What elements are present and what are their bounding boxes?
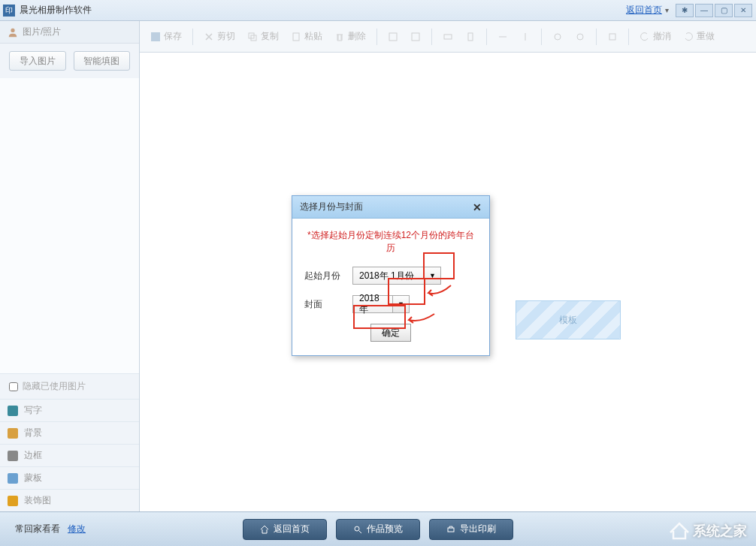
svg-rect-1 xyxy=(151,32,160,41)
smart-fill-button[interactable]: 智能填图 xyxy=(74,51,131,71)
sidebar-item-mask[interactable]: 蒙板 xyxy=(0,466,139,489)
delete-label: 删除 xyxy=(348,30,366,43)
sidebar-item-decoration[interactable]: 装饰图 xyxy=(0,489,139,511)
svg-point-12 xyxy=(355,526,359,531)
sidebar-photo-header[interactable]: 图片/照片 xyxy=(0,21,139,44)
sidebar-image-list xyxy=(0,78,139,373)
tool-5[interactable] xyxy=(493,27,513,47)
cut-icon xyxy=(204,32,214,42)
dialog-titlebar: 选择月份与封面 ✕ xyxy=(292,196,489,219)
watermark-text: 系统之家 xyxy=(693,522,747,540)
save-button[interactable]: 保存 xyxy=(146,27,186,47)
cover-label: 封面 xyxy=(304,298,352,311)
generic-icon xyxy=(410,32,421,42)
sidebar-item-label: 背景 xyxy=(24,427,42,439)
hide-used-label: 隐藏已使用图片 xyxy=(23,380,86,393)
generic-icon xyxy=(607,32,618,42)
paste-label: 粘贴 xyxy=(304,30,322,43)
copy-button[interactable]: 复制 xyxy=(243,27,283,47)
text-icon xyxy=(8,406,18,416)
cover-value: 2018年 xyxy=(352,295,393,313)
tool-6[interactable] xyxy=(516,27,535,47)
dialog-ok-button[interactable]: 确定 xyxy=(370,324,411,342)
tool-9[interactable] xyxy=(603,27,622,47)
generic-icon xyxy=(575,32,585,42)
tool-7[interactable] xyxy=(548,27,567,47)
copy-label: 复制 xyxy=(261,30,279,43)
bottom-preview-button[interactable]: 作品预览 xyxy=(336,519,420,540)
cover-select[interactable]: 2018年 ▼ xyxy=(352,295,410,313)
sidebar-item-text[interactable]: 写字 xyxy=(0,399,139,421)
sidebar-item-label: 装饰图 xyxy=(24,494,51,507)
svg-point-0 xyxy=(11,28,14,32)
paste-button[interactable]: 粘贴 xyxy=(286,27,327,47)
svg-rect-11 xyxy=(609,34,615,40)
app-icon: 印 xyxy=(3,5,15,17)
start-month-value: 2018年 1月份 xyxy=(352,267,425,285)
tool-3[interactable] xyxy=(438,27,458,47)
hide-used-check-row[interactable]: 隐藏已使用图片 xyxy=(0,373,139,399)
background-icon xyxy=(8,428,18,439)
sidebar-photo-label: 图片/照片 xyxy=(23,26,61,38)
generic-icon xyxy=(465,32,476,42)
cut-button[interactable]: 剪切 xyxy=(199,27,240,47)
chevron-down-icon[interactable]: ▾ xyxy=(665,6,669,14)
svg-rect-5 xyxy=(389,33,397,41)
undo-label: 撤消 xyxy=(653,30,671,43)
person-icon xyxy=(8,27,18,38)
cover-dropdown-arrow[interactable]: ▼ xyxy=(393,295,410,313)
start-month-label: 起始月份 xyxy=(304,270,352,282)
border-icon xyxy=(8,451,18,461)
copy-icon xyxy=(247,32,258,42)
svg-rect-8 xyxy=(468,33,473,41)
maximize-button[interactable]: ▢ xyxy=(715,4,733,17)
undo-button[interactable]: 撤消 xyxy=(635,27,676,47)
close-button[interactable]: ✕ xyxy=(734,4,752,17)
delete-button[interactable]: 删除 xyxy=(330,27,370,47)
tool-4[interactable] xyxy=(461,27,480,47)
bottom-modify-link[interactable]: 修改 xyxy=(68,523,86,535)
redo-label: 重做 xyxy=(697,30,715,43)
generic-icon xyxy=(552,32,563,42)
house-icon xyxy=(669,522,690,540)
dialog-close-button[interactable]: ✕ xyxy=(473,201,482,213)
generic-icon xyxy=(443,32,453,42)
start-month-select[interactable]: 2018年 1月份 ▼ xyxy=(352,267,441,285)
template-placeholder[interactable]: 模板 xyxy=(516,300,621,339)
minimize-button[interactable]: — xyxy=(695,4,713,17)
bottom-export-button[interactable]: 导出印刷 xyxy=(429,519,513,540)
redo-button[interactable]: 重做 xyxy=(679,27,719,47)
svg-rect-13 xyxy=(448,528,454,532)
start-month-dropdown-arrow[interactable]: ▼ xyxy=(425,267,441,285)
generic-icon xyxy=(520,32,531,42)
hide-used-checkbox[interactable] xyxy=(9,382,18,391)
mask-icon xyxy=(8,473,18,484)
tool-2[interactable] xyxy=(406,27,425,47)
bottombar: 常回家看看 修改 返回首页 作品预览 导出印刷 xyxy=(0,511,756,546)
settings-button[interactable]: ✱ xyxy=(676,4,694,17)
sidebar-item-label: 蒙板 xyxy=(24,472,42,484)
undo-icon xyxy=(640,32,650,42)
sidebar-item-label: 写字 xyxy=(24,404,42,417)
generic-icon xyxy=(388,32,398,42)
dialog-hint: *选择起始月份定制连续12个月份的跨年台历 xyxy=(304,229,477,255)
save-icon xyxy=(150,32,161,42)
dialog-title: 选择月份与封面 xyxy=(300,201,363,213)
preview-icon xyxy=(353,525,362,534)
tool-8[interactable] xyxy=(570,27,590,47)
svg-rect-6 xyxy=(412,33,419,41)
back-home-link[interactable]: 返回首页 xyxy=(626,4,662,17)
tool-1[interactable] xyxy=(383,27,403,47)
bottom-preview-label: 作品预览 xyxy=(367,523,403,535)
home-icon xyxy=(260,525,269,534)
toolbar: 保存 剪切 复制 粘贴 删除 xyxy=(140,21,756,53)
svg-rect-7 xyxy=(444,35,452,39)
sidebar: 图片/照片 导入图片 智能填图 隐藏已使用图片 写字 背景 边框 蒙板 xyxy=(0,21,140,511)
generic-icon xyxy=(497,32,508,42)
import-image-button[interactable]: 导入图片 xyxy=(9,51,66,71)
sidebar-item-background[interactable]: 背景 xyxy=(0,421,139,444)
export-icon xyxy=(446,525,455,534)
bottom-home-button[interactable]: 返回首页 xyxy=(243,519,327,540)
watermark: 系统之家 xyxy=(669,522,747,540)
sidebar-item-border[interactable]: 边框 xyxy=(0,444,139,466)
